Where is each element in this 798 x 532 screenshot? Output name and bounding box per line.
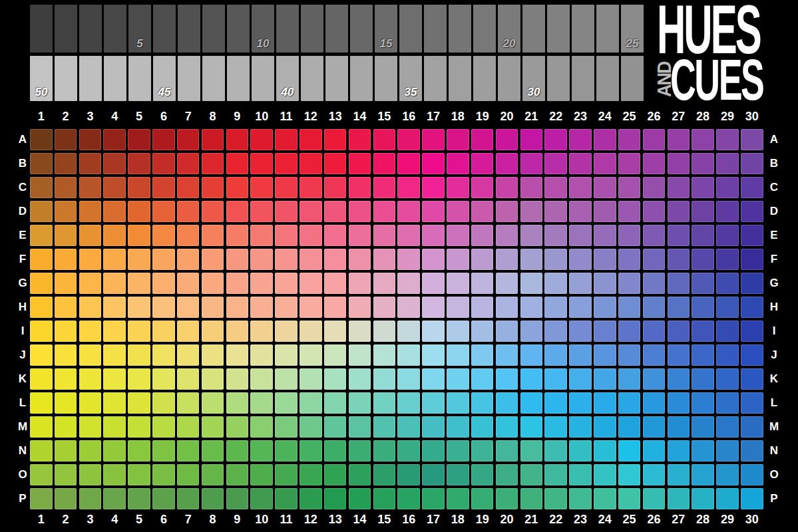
board-cell[interactable]: [520, 416, 543, 438]
score-track-cell[interactable]: [202, 5, 225, 53]
score-track-cell[interactable]: [621, 56, 644, 101]
board-cell[interactable]: [250, 201, 273, 222]
board-cell[interactable]: [668, 464, 690, 485]
score-track-cell[interactable]: [178, 5, 200, 53]
board-cell[interactable]: [324, 488, 347, 509]
board-cell[interactable]: [544, 249, 567, 270]
board-cell[interactable]: [30, 392, 53, 414]
board-cell[interactable]: [30, 225, 53, 246]
board-cell[interactable]: [128, 392, 150, 414]
board-cell[interactable]: [447, 297, 469, 318]
board-cell[interactable]: [55, 392, 77, 414]
board-cell[interactable]: [226, 177, 249, 198]
board-cell[interactable]: [422, 464, 445, 485]
board-cell[interactable]: [128, 321, 150, 342]
board-cell[interactable]: [496, 464, 518, 485]
board-cell[interactable]: [324, 297, 347, 318]
board-cell[interactable]: [594, 177, 616, 198]
board-cell[interactable]: [643, 392, 666, 414]
board-cell[interactable]: [716, 416, 739, 438]
board-cell[interactable]: [618, 297, 641, 318]
score-track-cell[interactable]: 25: [621, 5, 644, 53]
board-cell[interactable]: [569, 273, 592, 294]
board-cell[interactable]: [250, 249, 273, 270]
board-cell[interactable]: [373, 153, 396, 174]
board-cell[interactable]: [594, 416, 616, 438]
board-cell[interactable]: [397, 488, 420, 509]
board-cell[interactable]: [373, 225, 396, 246]
board-cell[interactable]: [299, 464, 322, 485]
board-cell[interactable]: [397, 344, 420, 366]
board-cell[interactable]: [569, 129, 592, 150]
board-cell[interactable]: [447, 392, 469, 414]
board-cell[interactable]: [692, 153, 714, 174]
board-cell[interactable]: [520, 321, 543, 342]
board-cell[interactable]: [397, 368, 420, 390]
score-track-cell[interactable]: [325, 5, 348, 53]
board-cell[interactable]: [496, 344, 518, 366]
board-cell[interactable]: [716, 368, 739, 390]
board-cell[interactable]: [30, 297, 53, 318]
board-cell[interactable]: [692, 297, 714, 318]
board-cell[interactable]: [741, 392, 763, 414]
board-cell[interactable]: [618, 249, 641, 270]
board-cell[interactable]: [692, 321, 714, 342]
board-cell[interactable]: [716, 273, 739, 294]
board-cell[interactable]: [250, 344, 273, 366]
board-cell[interactable]: [741, 368, 763, 390]
board-cell[interactable]: [103, 416, 126, 438]
board-cell[interactable]: [275, 464, 298, 485]
board-cell[interactable]: [471, 153, 494, 174]
board-cell[interactable]: [692, 344, 714, 366]
board-cell[interactable]: [471, 392, 494, 414]
score-track-cell[interactable]: 15: [375, 5, 397, 53]
board-cell[interactable]: [299, 249, 322, 270]
board-cell[interactable]: [103, 225, 126, 246]
board-cell[interactable]: [447, 153, 469, 174]
board-cell[interactable]: [544, 464, 567, 485]
board-cell[interactable]: [397, 273, 420, 294]
board-cell[interactable]: [55, 488, 77, 509]
board-cell[interactable]: [594, 249, 616, 270]
board-cell[interactable]: [520, 368, 543, 390]
board-cell[interactable]: [397, 392, 420, 414]
board-cell[interactable]: [349, 488, 371, 509]
board-cell[interactable]: [373, 297, 396, 318]
score-track-cell[interactable]: [252, 56, 274, 101]
board-cell[interactable]: [422, 321, 445, 342]
board-cell[interactable]: [422, 440, 445, 462]
board-cell[interactable]: [544, 177, 567, 198]
board-cell[interactable]: [544, 488, 567, 509]
board-cell[interactable]: [30, 488, 53, 509]
board-cell[interactable]: [447, 416, 469, 438]
board-cell[interactable]: [520, 225, 543, 246]
board-cell[interactable]: [79, 344, 102, 366]
board-cell[interactable]: [103, 177, 126, 198]
board-cell[interactable]: [692, 416, 714, 438]
board-cell[interactable]: [324, 129, 347, 150]
board-cell[interactable]: [397, 297, 420, 318]
board-cell[interactable]: [55, 440, 77, 462]
score-track-cell[interactable]: [449, 5, 471, 53]
board-cell[interactable]: [55, 249, 77, 270]
board-cell[interactable]: [103, 464, 126, 485]
board-cell[interactable]: [520, 249, 543, 270]
board-cell[interactable]: [250, 321, 273, 342]
board-cell[interactable]: [692, 464, 714, 485]
board-cell[interactable]: [496, 392, 518, 414]
board-cell[interactable]: [55, 177, 77, 198]
board-cell[interactable]: [544, 201, 567, 222]
board-cell[interactable]: [569, 416, 592, 438]
board-cell[interactable]: [275, 392, 298, 414]
board-cell[interactable]: [30, 368, 53, 390]
board-cell[interactable]: [202, 225, 224, 246]
board-cell[interactable]: [250, 129, 273, 150]
board-cell[interactable]: [55, 368, 77, 390]
score-track-cell[interactable]: 35: [399, 56, 422, 101]
board-cell[interactable]: [202, 249, 224, 270]
board-cell[interactable]: [544, 392, 567, 414]
score-track-cell[interactable]: [350, 5, 373, 53]
board-cell[interactable]: [447, 321, 469, 342]
board-cell[interactable]: [716, 153, 739, 174]
board-cell[interactable]: [716, 344, 739, 366]
